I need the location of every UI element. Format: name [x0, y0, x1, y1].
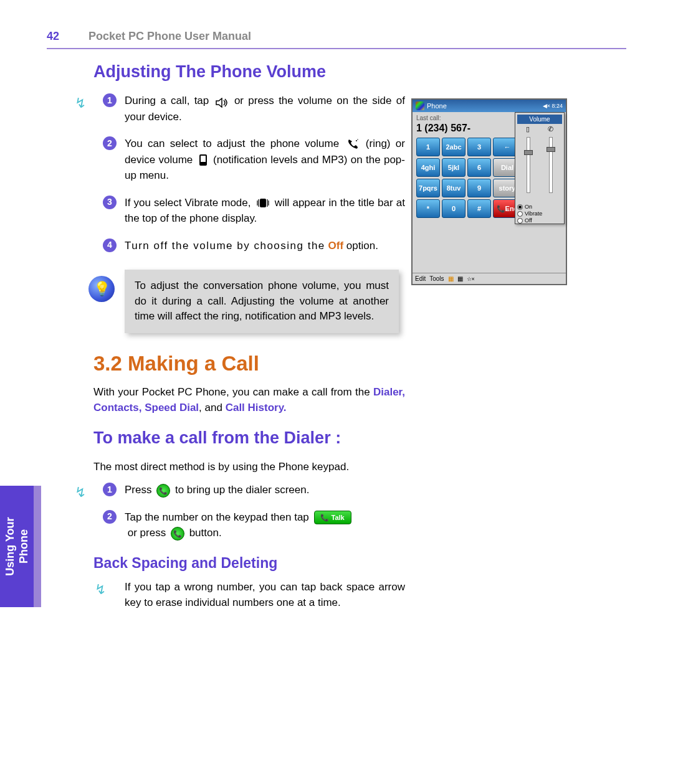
key-9: 9 [467, 179, 491, 197]
screenshot-titlebar: Phone ◀× 8:24 [413, 100, 566, 112]
green-phone-button-icon [171, 527, 184, 541]
step-number-2: 2 [103, 136, 117, 150]
side-tab-strip [34, 486, 41, 607]
dialer-step-1: ↯ 1 Press to bring up the dialer screen. [125, 482, 405, 498]
tap-hand-icon: ↯ [75, 93, 86, 113]
key-0: 0 [442, 199, 465, 218]
start-flag-icon [416, 102, 424, 110]
manual-title: Pocket PC Phone User Manual [88, 30, 251, 42]
dialer-intro-text: The most direct method is by using the P… [93, 459, 405, 475]
step-1: ↯ 1 During a call, tap or press the volu… [125, 93, 405, 125]
step-3: 3 If you select Vibrate mode, will appea… [125, 195, 405, 227]
green-phone-button-icon [156, 484, 170, 498]
lightbulb-icon: 💡 [88, 276, 115, 302]
radio-vibrate: Vibrate [517, 210, 562, 217]
section-title-adjusting-volume: Adjusting The Phone Volume [93, 62, 405, 82]
svg-rect-3 [201, 156, 206, 162]
svg-rect-4 [260, 199, 266, 207]
subsection-dialer-title: To make a call from the Dialer : [93, 428, 405, 448]
key-star: * [416, 199, 440, 218]
phone-volume-slider [549, 137, 553, 193]
step-2: 2 You can select to adjust the phone vol… [125, 136, 405, 184]
volume-popup: Volume ▯ ✆ On Vibrate Off [515, 112, 565, 224]
chapter-side-tab: Using Your Phone [0, 486, 34, 607]
making-call-intro: With your Pocket PC Phone, you can make … [93, 384, 405, 416]
key-6: 6 [467, 158, 491, 177]
step-number-1: 1 [103, 93, 117, 107]
step-number-4: 4 [103, 239, 117, 252]
key-2: 2abc [442, 138, 465, 156]
key-8: 8tuv [442, 179, 465, 197]
step-4: 4 Turn off the volume by choosing the Of… [125, 238, 405, 254]
step-number-2b: 2 [103, 510, 117, 524]
svg-point-0 [356, 140, 357, 141]
section-3-2-title: 3.2 Making a Call [93, 352, 405, 375]
key-7: 7pqrs [416, 179, 440, 197]
radio-off: Off [517, 217, 562, 224]
screenshot-bottom-bar: Edit Tools ▦▦☆× [413, 273, 566, 284]
device-volume-slider [527, 137, 530, 193]
talk-button-icon: Talk [314, 511, 351, 524]
key-4: 4ghi [416, 158, 440, 177]
vibrate-icon [256, 197, 270, 209]
off-label: Off [328, 240, 344, 252]
key-3: 3 [467, 138, 491, 156]
page-number: 42 [47, 30, 59, 42]
backspacing-text: ↯ If you tap a wrong number, you can tap… [125, 579, 405, 611]
key-5: 5jkl [442, 158, 465, 177]
phone-handset-icon [346, 138, 359, 151]
tip-callout: 💡 To adjust the conversation phone volum… [125, 270, 399, 333]
device-icon [198, 154, 208, 166]
key-1: 1 [416, 138, 440, 156]
step-number-3: 3 [103, 196, 117, 209]
device-volume-icon: ▯ [526, 125, 530, 133]
key-hash: # [467, 199, 491, 218]
radio-on: On [517, 204, 562, 210]
page-header: 42 Pocket PC Phone User Manual [47, 30, 626, 49]
tap-hand-icon: ↯ [95, 579, 106, 600]
tap-hand-icon: ↯ [75, 482, 86, 503]
phone-volume-icon: ✆ [548, 125, 553, 133]
phone-screenshot-illustration: Phone ◀× 8:24 Last call: 1 (234) 567- 1 … [411, 98, 567, 285]
dialer-step-2: 2 Tap the number on the keypad then tap … [125, 509, 405, 541]
subsection-backspacing-title: Back Spacing and Deleting [93, 555, 405, 572]
speaker-icon [216, 97, 228, 106]
svg-point-1 [357, 139, 358, 139]
step-number-1b: 1 [103, 483, 117, 496]
